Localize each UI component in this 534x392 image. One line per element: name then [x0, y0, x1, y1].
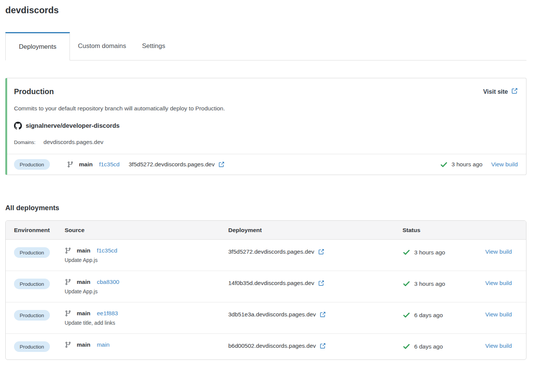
column-header-deployment: Deployment — [228, 227, 402, 234]
tab-settings[interactable]: Settings — [134, 32, 173, 60]
deployment-url: 3db51e3a.devdiscords.pages.dev — [228, 311, 316, 318]
table-row: Production main f1c35cd Update App.js 3f… — [6, 240, 526, 271]
environment-badge: Production — [14, 310, 50, 321]
external-link-icon — [319, 343, 326, 349]
check-icon — [402, 342, 410, 350]
environment-badge: Production — [14, 247, 50, 258]
commit-message: Update App.js — [65, 257, 228, 263]
domains-value: devdiscords.pages.dev — [43, 139, 104, 146]
deployment-url-link[interactable]: 3db51e3a.devdiscords.pages.dev — [228, 311, 402, 318]
status-time: 3 hours ago — [414, 249, 445, 256]
repository: signalnerve/developer-discords — [14, 122, 518, 130]
view-build-link[interactable]: View build — [485, 280, 512, 286]
deployment-url: 14f0b35d.devdiscords.pages.dev — [228, 280, 314, 287]
check-icon — [402, 311, 410, 319]
branch-name: main — [77, 310, 90, 317]
all-deployments-title: All deployments — [5, 204, 526, 212]
visit-site-label: Visit site — [483, 88, 508, 95]
deployments-table: Environment Source Deployment Status Pro… — [5, 220, 526, 360]
tab-custom-domains[interactable]: Custom domains — [70, 32, 134, 60]
branch-name: main — [77, 341, 90, 348]
domains-row: Domains: devdiscords.pages.dev — [14, 139, 518, 146]
deployment-url-link[interactable]: 3f5d5272.devdiscords.pages.dev — [128, 161, 224, 168]
page-title: devdiscords — [5, 5, 526, 15]
environment-badge: Production — [14, 279, 50, 289]
external-link-icon — [318, 280, 324, 287]
view-build-link[interactable]: View build — [485, 311, 512, 318]
branch-name: main — [77, 247, 90, 254]
github-icon — [14, 122, 22, 130]
production-card: Production Visit site Commits to your de… — [5, 78, 526, 175]
status-time: 3 hours ago — [452, 161, 483, 168]
production-card-body: Production Visit site Commits to your de… — [7, 78, 526, 154]
external-link-icon — [318, 249, 324, 255]
git-branch-icon — [65, 310, 71, 317]
status-time: 3 hours ago — [414, 280, 445, 287]
column-header-environment: Environment — [14, 227, 65, 234]
tab-bar: Deployments Custom domains Settings — [5, 32, 526, 60]
external-link-icon — [319, 311, 326, 318]
check-icon — [402, 248, 410, 256]
environment-badge: Production — [14, 341, 50, 352]
environment-badge: Production — [14, 159, 50, 170]
table-row: Production main main b6d00502.devdiscord… — [6, 333, 526, 359]
column-header-status: Status — [402, 227, 485, 234]
column-header-source: Source — [65, 227, 228, 234]
commit-link[interactable]: f1c35cd — [97, 247, 117, 254]
git-branch-icon — [65, 341, 71, 348]
commit-link[interactable]: cba8300 — [97, 279, 119, 285]
table-row: Production main ee1f883 Update title, ad… — [6, 302, 526, 333]
view-build-link[interactable]: View build — [485, 342, 512, 349]
table-header: Environment Source Deployment Status — [6, 221, 526, 240]
git-branch-icon — [65, 247, 71, 254]
visit-site-link[interactable]: Visit site — [483, 88, 518, 96]
production-deployment-row: Production main f1c35cd 3f5d5272.devdisc… — [7, 154, 526, 175]
view-build-link[interactable]: View build — [485, 248, 512, 255]
check-icon — [402, 280, 410, 288]
git-branch-icon — [67, 161, 74, 168]
deployment-url: 3f5d5272.devdiscords.pages.dev — [128, 161, 215, 168]
view-build-link[interactable]: View build — [491, 161, 518, 168]
status-time: 6 days ago — [414, 312, 443, 319]
production-title: Production — [14, 87, 54, 96]
commit-message: Update App.js — [65, 288, 228, 294]
commit-link[interactable]: ee1f883 — [97, 310, 118, 317]
table-row: Production main cba8300 Update App.js 14… — [6, 271, 526, 302]
status-time: 6 days ago — [414, 343, 443, 350]
production-description: Commits to your default repository branc… — [14, 105, 518, 112]
check-icon — [440, 161, 448, 169]
external-link-icon — [511, 88, 518, 96]
deployment-url-link[interactable]: 14f0b35d.devdiscords.pages.dev — [228, 280, 402, 287]
deployment-url: b6d00502.devdiscords.pages.dev — [228, 342, 316, 349]
commit-link[interactable]: f1c35cd — [99, 161, 119, 168]
tab-deployments[interactable]: Deployments — [5, 32, 70, 60]
domains-label: Domains: — [14, 139, 36, 145]
deployment-url-link[interactable]: 3f5d5272.devdiscords.pages.dev — [228, 248, 402, 255]
deployment-url: 3f5d5272.devdiscords.pages.dev — [228, 248, 314, 255]
commit-message: Update title, add links — [65, 320, 228, 326]
external-link-icon — [218, 161, 224, 168]
branch-name: main — [77, 279, 90, 285]
commit-link[interactable]: main — [97, 341, 110, 348]
git-branch-icon — [65, 279, 71, 285]
deployment-url-link[interactable]: b6d00502.devdiscords.pages.dev — [228, 342, 402, 349]
page: devdiscords Deployments Custom domains S… — [5, 5, 526, 360]
branch-name: main — [79, 161, 93, 168]
repository-name: signalnerve/developer-discords — [26, 122, 120, 129]
